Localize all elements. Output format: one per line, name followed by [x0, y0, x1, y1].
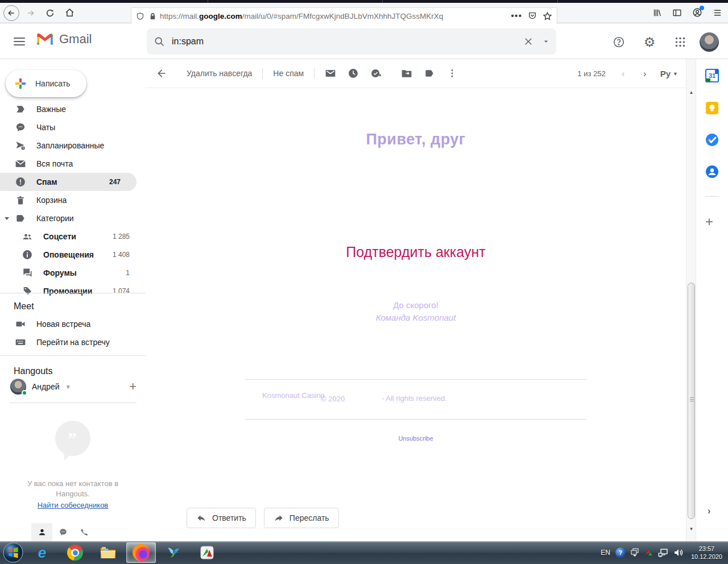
calendar-icon[interactable]: 31: [705, 68, 719, 83]
email-view: Удалить навсегда Не спам 1 из 252 ‹ › Ру…: [146, 59, 686, 541]
mark-unread-icon[interactable]: [319, 62, 342, 85]
tasks-icon[interactable]: [705, 132, 719, 147]
google-apps-grid-icon[interactable]: [669, 31, 692, 53]
tray-help-icon[interactable]: ?: [615, 548, 626, 558]
email-toolbar: Удалить навсегда Не спам 1 из 252 ‹ › Ру…: [146, 59, 686, 88]
sidebar-item-social[interactable]: Соцсети1 285: [0, 227, 146, 246]
snooze-icon[interactable]: [342, 62, 365, 85]
tab-conversations[interactable]: [52, 523, 73, 541]
meet-title: Meet: [0, 293, 146, 315]
url-bar[interactable]: https://mail.google.com/mail/u/0/#spam/F…: [131, 7, 557, 24]
delete-forever-button[interactable]: Удалить навсегда: [181, 65, 258, 81]
menu-icon[interactable]: [713, 8, 722, 18]
scrollbar-thumb[interactable]: [688, 283, 695, 519]
input-tools-button[interactable]: Ру▼: [660, 69, 678, 78]
tray-network-icon[interactable]: [658, 548, 668, 557]
user-avatar[interactable]: [700, 32, 719, 52]
tab-contacts[interactable]: [31, 523, 52, 541]
divider: [705, 196, 719, 197]
reply-button[interactable]: Ответить: [187, 508, 256, 528]
url-text[interactable]: https://mail.google.com/mail/u/0/#spam/F…: [160, 12, 505, 20]
sidebars-icon[interactable]: [672, 8, 682, 18]
tray-traffic-icon[interactable]: [644, 548, 653, 557]
sidebar-item-spam[interactable]: Спам247: [0, 173, 136, 191]
expand-arrow-icon[interactable]: [5, 217, 9, 220]
find-contacts-link[interactable]: Найти собеседников: [38, 501, 109, 509]
email-footer: Kosmonaut Casino © 2020 - All rights res…: [245, 391, 586, 403]
meet-join-meeting[interactable]: Перейти на встречу: [0, 333, 146, 351]
hangouts-user-row[interactable]: Андрей ▼ +: [10, 379, 136, 395]
help-icon[interactable]: [607, 31, 630, 53]
taskbar-internet-explorer[interactable]: e: [27, 542, 57, 563]
sidebar-item-chats[interactable]: Чаты: [0, 118, 146, 136]
hangouts-empty-state: ” У вас пока нет контактов вHangouts. На…: [0, 412, 146, 509]
search-bar[interactable]: [147, 28, 556, 55]
forward-button[interactable]: [23, 5, 39, 21]
gmail-logo[interactable]: Gmail: [35, 32, 92, 47]
meet-new-meeting[interactable]: Новая встреча: [0, 315, 146, 333]
taskbar-chrome[interactable]: [60, 542, 90, 563]
vertical-scrollbar[interactable]: ▲ ▼: [686, 59, 696, 541]
scroll-down-icon[interactable]: ▼: [686, 524, 696, 533]
scroll-up-icon[interactable]: ▲: [686, 88, 696, 97]
divider: [9, 403, 136, 403]
tray-clock[interactable]: 23:57 10.12.2020: [691, 545, 722, 561]
gmail-sidebar: Написать Важные Чаты Запланированные Вся…: [0, 59, 146, 541]
unsubscribe-link[interactable]: Unsubscribe: [146, 435, 686, 442]
hangouts-avatar[interactable]: [10, 379, 26, 395]
hangouts-bottom-tabs: [0, 523, 146, 541]
tray-volume-icon[interactable]: [673, 548, 684, 557]
settings-gear-icon[interactable]: ⚙: [638, 31, 661, 53]
contacts-icon[interactable]: [705, 164, 719, 179]
forward-arrow-icon: [274, 513, 284, 523]
taskbar-downloader-app[interactable]: [192, 542, 222, 563]
hangouts-add-icon[interactable]: +: [129, 379, 136, 394]
tracking-shield-icon[interactable]: [136, 12, 144, 20]
account-icon[interactable]: [692, 7, 702, 18]
search-input[interactable]: [172, 36, 523, 47]
forward-button-email[interactable]: Переслать: [264, 508, 339, 528]
older-email-icon[interactable]: ›: [635, 64, 655, 84]
taskbar-explorer[interactable]: [93, 542, 123, 563]
search-options-icon[interactable]: [543, 38, 549, 45]
keep-icon[interactable]: [705, 101, 719, 115]
sidebar-item-scheduled[interactable]: Запланированные: [0, 136, 146, 155]
more-options-icon[interactable]: [441, 62, 464, 85]
start-button[interactable]: [2, 542, 24, 563]
tray-restore-icon[interactable]: [631, 548, 639, 557]
sidebar-item-categories[interactable]: Категории: [0, 209, 146, 227]
tab-calls[interactable]: [73, 523, 94, 541]
get-addons-icon[interactable]: +: [705, 214, 713, 230]
home-button[interactable]: [61, 5, 77, 21]
taskbar-firefox-active[interactable]: [126, 542, 156, 563]
clear-search-icon[interactable]: [523, 36, 533, 47]
google-side-panel: 31 + ›: [696, 59, 728, 541]
sidebar-item-updates[interactable]: Оповещения1 408: [0, 246, 146, 264]
divider: [245, 419, 586, 420]
hide-panel-icon[interactable]: ›: [708, 506, 710, 516]
lock-icon[interactable]: [149, 13, 156, 20]
taskbar-hummingbird-app[interactable]: [159, 542, 189, 563]
hangouts-caret-icon[interactable]: ▼: [65, 384, 71, 390]
sidebar-item-trash[interactable]: Корзина: [0, 191, 146, 209]
add-to-tasks-icon[interactable]: [365, 62, 387, 85]
sidebar-item-all-mail[interactable]: Вся почта: [0, 155, 146, 173]
page-actions-icon[interactable]: •••: [511, 11, 522, 21]
main-menu-icon[interactable]: [14, 36, 25, 47]
search-icon[interactable]: [154, 36, 165, 47]
pocket-icon[interactable]: [528, 11, 537, 20]
sidebar-item-forums[interactable]: Форумы1: [0, 264, 146, 282]
reload-button[interactable]: [42, 5, 58, 21]
back-button[interactable]: [3, 5, 19, 21]
newer-email-icon[interactable]: ‹: [614, 64, 633, 84]
confirm-account-link[interactable]: Подтвердить аккаунт: [146, 244, 686, 260]
move-to-icon[interactable]: [395, 62, 418, 85]
not-spam-button[interactable]: Не спам: [267, 65, 309, 81]
labels-icon[interactable]: [418, 62, 441, 85]
language-indicator[interactable]: EN: [601, 549, 610, 557]
bookmark-star-icon[interactable]: [543, 11, 552, 21]
sidebar-item-important[interactable]: Важные: [0, 100, 146, 118]
back-to-list-icon[interactable]: [150, 62, 173, 85]
library-icon[interactable]: [652, 8, 662, 18]
compose-button[interactable]: Написать: [6, 70, 86, 97]
